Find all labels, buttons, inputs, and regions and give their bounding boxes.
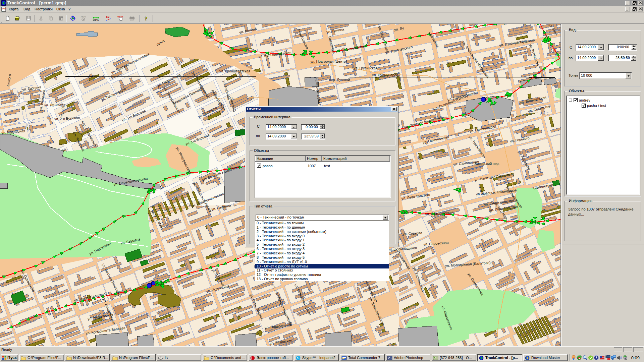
svg-text:КМ: КМ xyxy=(106,16,109,18)
svg-text:ул. Грузинская: ул. Грузинская xyxy=(354,66,377,70)
svg-text:Отчет: Отчет xyxy=(117,16,123,18)
svg-text:ул. Подгорная (Центр): ул. Подгорная (Центр) xyxy=(311,59,347,63)
svg-text:Бисерский пер.: Бисерский пер. xyxy=(475,162,499,166)
svg-text:ул. Кронштадтская: ул. Кронштадтская xyxy=(219,69,250,73)
svg-text:S: S xyxy=(297,356,300,360)
svg-text:?: ? xyxy=(145,16,147,21)
svg-text:пер. Луговой: пер. Луговой xyxy=(329,78,350,82)
svg-text:АВТО: АВТО xyxy=(80,16,86,18)
svg-text:DOC: DOC xyxy=(2,8,7,10)
svg-text:КАРТА: КАРТА xyxy=(93,19,99,21)
svg-text:ул. Коммунаров: ул. Коммунаров xyxy=(372,73,398,77)
